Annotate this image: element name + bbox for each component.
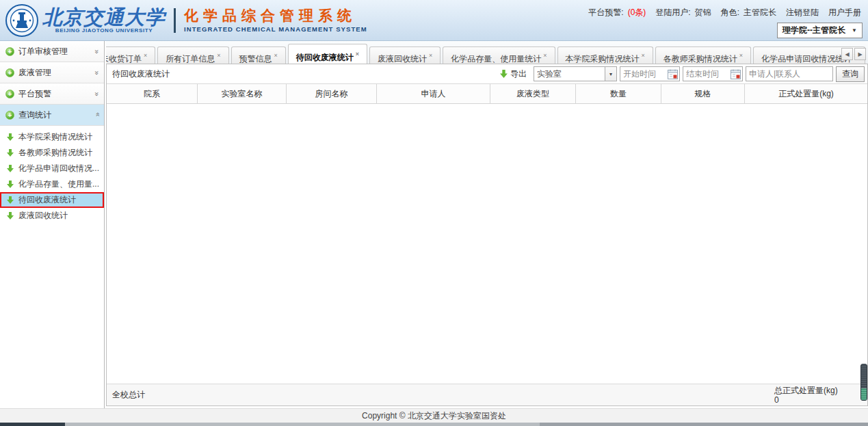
tab-close-icon[interactable]: × (543, 52, 547, 59)
column-header: 实验室名称 (198, 84, 287, 103)
tab-scroll-buttons: ◀ ▶ (841, 48, 866, 60)
tab[interactable]: 本学院采购情况统计× (557, 46, 653, 64)
chevron-double-up-icon[interactable]: » (92, 113, 101, 116)
floating-scrollbar-thumb[interactable] (861, 388, 867, 400)
tab-bar: 时未收货订单×所有订单信息×预警信息×待回收废液统计×废液回收统计×化学品存量、… (106, 41, 868, 64)
export-label: 导出 (510, 68, 527, 80)
toolbar: 待回收废液统计 导出 实验室 ▾ (107, 64, 867, 84)
sidebar-item[interactable]: 各教师采购情况统计 (0, 145, 104, 161)
calendar-icon[interactable] (731, 69, 741, 79)
tab-label: 预警信息 (239, 54, 272, 64)
system-title-cn: 化学品综合管理系统 (184, 8, 367, 24)
start-date-field (620, 66, 680, 81)
sidebar-group[interactable]: 平台预警» (0, 83, 104, 105)
end-date-input[interactable] (683, 69, 731, 79)
combo-arrow-icon[interactable]: ▾ (605, 67, 616, 81)
plus-ball-icon (5, 90, 14, 98)
tab-close-icon[interactable]: × (356, 51, 359, 57)
tab-label: 本学院采购情况统计 (566, 54, 640, 64)
tab[interactable]: 废液回收统计× (369, 46, 440, 64)
sidebar-item-label: 化学品存量、使用量... (18, 178, 99, 190)
tab[interactable]: 预警信息× (231, 46, 286, 64)
tab-label: 待回收废液统计 (296, 53, 354, 62)
plus-ball-icon (5, 111, 14, 120)
tab-scroll-right-button[interactable]: ▶ (854, 48, 866, 60)
start-date-input[interactable] (620, 69, 668, 79)
chevron-double-down-icon[interactable]: » (92, 92, 101, 95)
bottom-strip-segment (0, 423, 65, 426)
tab-label: 化学品存量、使用量统计 (451, 54, 541, 64)
university-name-en: BEIJING JIAOTONG UNIVERSITY (55, 27, 153, 34)
export-download-icon (500, 70, 508, 78)
export-button[interactable]: 导出 (500, 68, 527, 80)
tab-label: 化学品申请回收情况统计 (761, 54, 852, 64)
applicant-search-input[interactable] (746, 66, 833, 81)
floating-scrollbar[interactable] (860, 364, 867, 401)
summary-totals: 总正式处置量(kg) 0 (750, 386, 867, 405)
copyright-bar: Copyright © 北京交通大学实验室国资处 (0, 408, 868, 423)
green-down-arrow-icon (7, 212, 14, 219)
role-select-dropdown[interactable]: 理学院--主管院长 ▼ (777, 23, 863, 38)
user-info-bar: 平台预警: (0条) 登陆用户: 贺锦 角色: 主管院长 注销登陆 用户手册 (584, 7, 861, 18)
sidebar-group-label: 订单审核管理 (18, 46, 95, 57)
chevron-double-down-icon[interactable]: » (92, 49, 101, 53)
chevron-double-down-icon[interactable]: » (92, 70, 101, 74)
lab-select[interactable]: 实验室 ▾ (534, 66, 617, 81)
sidebar-item[interactable]: 化学品存量、使用量... (0, 176, 104, 192)
column-header: 规格 (661, 84, 745, 103)
role-value: 主管院长 (744, 7, 776, 18)
sidebar-group[interactable]: 查询统计» (0, 105, 104, 126)
tab-label: 所有订单信息 (166, 54, 215, 64)
sidebar-item[interactable]: 待回收废液统计 (0, 192, 104, 208)
tab-close-icon[interactable]: × (274, 52, 278, 59)
tab-scroll-left-button[interactable]: ◀ (841, 48, 853, 60)
bottom-strip-segment (65, 423, 540, 426)
green-down-arrow-icon (7, 133, 14, 141)
green-down-arrow-icon (7, 165, 14, 172)
platform-alert-count[interactable]: (0条) (628, 7, 646, 18)
platform-alert-label: 平台预警: (588, 7, 623, 18)
sidebar-item-label: 废液回收统计 (18, 210, 68, 222)
total-disposal-value: 0 (774, 395, 867, 405)
tab-close-icon[interactable]: × (429, 52, 432, 59)
total-disposal-label: 总正式处置量(kg) (774, 386, 867, 395)
tab-label: 时未收货订单 (106, 54, 142, 64)
system-title-en: INTEGRATED CHEMICAL MANAGEMENT SYSTEM (184, 25, 367, 33)
panel-title: 待回收废液统计 (109, 68, 500, 80)
role-select-value: 理学院--主管院长 (782, 25, 845, 36)
tab-close-icon[interactable]: × (739, 52, 743, 59)
system-title: 化学品综合管理系统 INTEGRATED CHEMICAL MANAGEMENT… (184, 8, 367, 33)
sidebar-item[interactable]: 废液回收统计 (0, 208, 104, 224)
user-manual-link[interactable]: 用户手册 (828, 7, 861, 18)
green-down-arrow-icon (7, 181, 14, 188)
tab-close-icon[interactable]: × (217, 52, 220, 59)
tab[interactable]: 待回收废液统计× (288, 44, 367, 64)
role-label: 角色: (721, 7, 739, 18)
tab[interactable]: 所有订单信息× (157, 46, 228, 64)
tab[interactable]: 时未收货订单× (106, 46, 155, 64)
main-area: 订单审核管理»废液管理»平台预警»查询统计»本学院采购情况统计各教师采购情况统计… (0, 41, 868, 408)
sidebar-item[interactable]: 化学品申请回收情况... (0, 161, 104, 176)
university-brand: 北京交通大学 BEIJING JIAOTONG UNIVERSITY (42, 7, 166, 34)
sidebar-sub-items: 本学院采购情况统计各教师采购情况统计化学品申请回收情况...化学品存量、使用量.… (0, 126, 104, 224)
search-button[interactable]: 查询 (836, 66, 865, 82)
calendar-icon[interactable] (668, 69, 678, 79)
plus-ball-icon (5, 47, 14, 56)
tab[interactable]: 各教师采购情况统计× (655, 46, 751, 64)
sidebar-group[interactable]: 订单审核管理» (0, 41, 104, 62)
tab[interactable]: 化学品存量、使用量统计× (443, 46, 555, 64)
logout-link[interactable]: 注销登陆 (786, 7, 819, 18)
sidebar-group[interactable]: 废液管理» (0, 62, 104, 83)
column-header: 申请人 (377, 84, 490, 103)
university-logo-icon (5, 4, 38, 37)
sidebar-item-label: 各教师采购情况统计 (18, 147, 92, 159)
green-down-arrow-icon (7, 196, 14, 204)
tab-close-icon[interactable]: × (642, 52, 645, 59)
tab-close-icon[interactable]: × (144, 52, 147, 59)
sidebar-item-label: 本学院采购情况统计 (18, 131, 92, 143)
lab-select-value: 实验室 (534, 68, 605, 80)
login-user-name: 贺锦 (695, 7, 711, 18)
column-header: 院系 (107, 84, 198, 103)
sidebar-item[interactable]: 本学院采购情况统计 (0, 129, 104, 145)
sidebar-group-label: 查询统计 (18, 109, 95, 121)
